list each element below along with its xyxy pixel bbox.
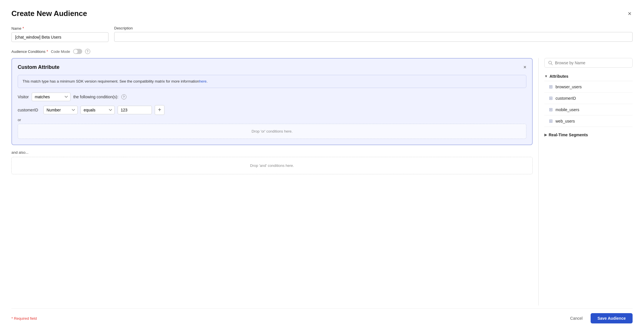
custom-attribute-close-button[interactable]: × — [523, 64, 526, 70]
following-conditions-label: the following condition(s): — [73, 95, 118, 99]
attr-item-browser-users[interactable]: ⊞ browser_users — [544, 81, 633, 93]
help-icon[interactable]: ? — [85, 49, 90, 54]
condition-attr-name: customerID — [18, 108, 41, 112]
attributes-section-header[interactable]: ▼ Attributes — [544, 72, 633, 81]
modal-footer: * Required field Cancel Save Audience — [11, 308, 633, 328]
matches-dropdown[interactable]: matches does not match — [32, 93, 71, 101]
custom-attribute-header: Custom Attribute × — [18, 64, 526, 70]
svg-line-1 — [551, 64, 552, 65]
right-panel: ▼ Attributes ⊞ browser_users ⊞ customerI… — [538, 58, 633, 305]
attr-grid-icon-2: ⊞ — [549, 95, 553, 101]
segments-section-header[interactable]: ▶ Real-Time Segments — [544, 130, 633, 139]
attr-grid-icon-3: ⊞ — [549, 107, 553, 112]
cancel-button[interactable]: Cancel — [565, 314, 587, 323]
close-button[interactable]: × — [627, 9, 633, 18]
and-also-label: and also... — [11, 150, 533, 155]
main-content: Custom Attribute × This match type has a… — [11, 58, 633, 305]
attr-item-mobile-users[interactable]: ⊞ mobile_users — [544, 104, 633, 115]
type-dropdown[interactable]: Number String Boolean — [43, 106, 78, 114]
attr-grid-icon: ⊞ — [549, 84, 553, 89]
condition-value-input[interactable] — [118, 106, 152, 114]
modal-header: Create New Audience × — [11, 9, 633, 18]
name-required-star: * — [23, 26, 24, 31]
name-label: Name * — [11, 26, 108, 31]
audience-conditions-star: * — [47, 49, 48, 54]
info-banner: This match type has a minimum SDK versio… — [18, 75, 526, 88]
or-label: or — [18, 118, 526, 122]
audience-conditions-row: Audience Conditions * Code Mode ? — [11, 49, 633, 54]
create-audience-modal: Create New Audience × Name * Description… — [0, 0, 644, 328]
name-input[interactable] — [11, 32, 108, 42]
drop-and-zone[interactable]: Drop 'and' conditions here. — [11, 157, 533, 174]
search-icon — [548, 61, 553, 65]
attr-grid-icon-4: ⊞ — [549, 118, 553, 124]
visitor-label: Visitor — [18, 95, 29, 99]
browse-search-input[interactable] — [555, 61, 629, 65]
condition-help-icon[interactable]: ? — [121, 94, 126, 99]
left-panel: Custom Attribute × This match type has a… — [11, 58, 538, 305]
attr-item-web-users[interactable]: ⊞ web_users — [544, 115, 633, 127]
condition-row: customerID Number String Boolean equals … — [18, 105, 526, 115]
code-mode-label: Code Mode — [51, 49, 70, 54]
modal-title: Create New Audience — [11, 9, 87, 18]
required-field-note: * Required field — [11, 316, 37, 321]
add-condition-button[interactable]: + — [155, 105, 164, 115]
operator-dropdown[interactable]: equals not equals greater than less than — [80, 106, 115, 114]
visitor-row: Visitor matches does not match the follo… — [18, 93, 526, 101]
footer-buttons: Cancel Save Audience — [565, 313, 633, 323]
attributes-section: ▼ Attributes ⊞ browser_users ⊞ customerI… — [544, 72, 633, 127]
save-audience-button[interactable]: Save Audience — [591, 313, 633, 323]
desc-group: Description — [114, 26, 633, 42]
attr-item-customerid[interactable]: ⊞ customerID — [544, 93, 633, 104]
audience-conditions-label: Audience Conditions * — [11, 49, 48, 54]
attributes-list: ⊞ browser_users ⊞ customerID ⊞ mobile_us… — [544, 81, 633, 127]
info-link[interactable]: here — [199, 79, 206, 83]
name-group: Name * — [11, 26, 108, 42]
custom-attribute-title: Custom Attribute — [18, 64, 59, 70]
drop-or-zone[interactable]: Drop 'or' conditions here. — [18, 124, 526, 139]
custom-attribute-box: Custom Attribute × This match type has a… — [11, 58, 533, 145]
segments-chevron-icon: ▶ — [544, 133, 547, 137]
desc-input[interactable] — [114, 32, 633, 42]
code-mode-toggle[interactable] — [73, 49, 82, 54]
name-desc-row: Name * Description — [11, 26, 633, 42]
desc-label: Description — [114, 26, 633, 30]
attributes-chevron-icon: ▼ — [544, 74, 548, 78]
search-box[interactable] — [544, 58, 633, 68]
